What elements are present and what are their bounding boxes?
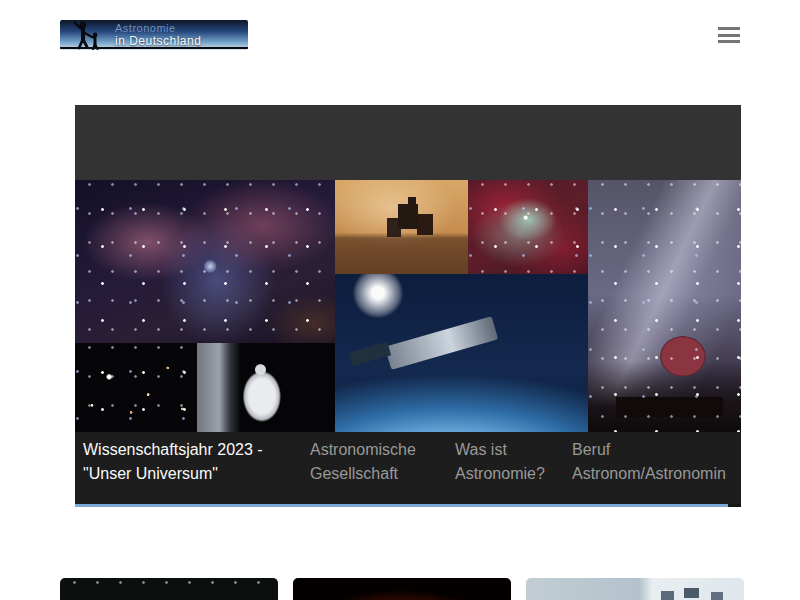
milky-way-observatory-image[interactable] [588,180,741,432]
hamburger-bar [718,40,740,43]
red-nebula-image[interactable] [468,180,588,274]
carina-nebula-image[interactable] [75,180,335,343]
slider-tab-wissenschaftsjahr[interactable]: Wissenschaftsjahr 2023 - "Unser Universu… [75,432,302,504]
slider-progress-bar [75,504,728,507]
teaser-card-students-photo[interactable] [526,578,744,600]
hero-slide-image-collage[interactable] [75,180,741,432]
teaser-card-nebula-image[interactable] [60,578,278,600]
slider-tab-beruf-astronom[interactable]: Beruf Astronom/Astronomin [564,432,741,504]
astronaut-spacewalk-image[interactable] [197,343,335,432]
slider-tab-bar: Wissenschaftsjahr 2023 - "Unser Universu… [75,432,741,504]
logo-ground-line [60,47,248,49]
site-header: Astronomie in Deutschland [0,0,800,105]
hamburger-menu-icon[interactable] [718,27,740,43]
hamburger-bar [718,27,740,30]
slider-tab-astronomische-gesellschaft[interactable]: Astronomische Gesellschaft [302,432,447,504]
slider-progress-track [75,504,741,507]
teaser-card-protoplanetary-disk-image[interactable] [293,578,511,600]
site-logo[interactable]: Astronomie in Deutschland [60,20,248,50]
hero-top-band [75,105,741,180]
hero-slider: Wissenschaftsjahr 2023 - "Unser Universu… [75,105,741,507]
mars-rover-image[interactable] [335,180,468,274]
teaser-card-row [60,578,744,600]
hubble-telescope-earth-image[interactable] [335,274,588,432]
stargazers-silhouette-icon [62,20,118,50]
slider-tab-was-ist-astronomie[interactable]: Was ist Astronomie? [447,432,564,504]
jwst-deep-field-image[interactable] [75,343,197,432]
logo-text: Astronomie in Deutschland [115,22,201,48]
hamburger-bar [718,34,740,37]
